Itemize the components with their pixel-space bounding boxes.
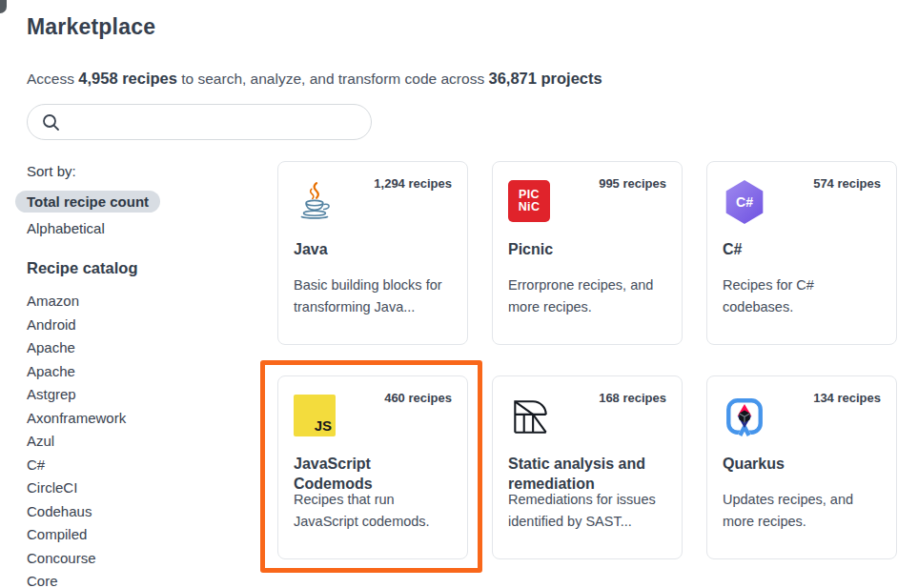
card-count: 1,294 recipes: [374, 176, 452, 191]
content-area: Sort by: Total recipe countAlphabetical …: [27, 161, 918, 588]
subtitle-text: Access: [27, 71, 78, 87]
card-description: Errorprone recipes, and more recipes.: [508, 274, 668, 319]
sort-by-label: Sort by:: [27, 163, 255, 179]
catalog-item[interactable]: Apache: [27, 360, 255, 384]
card-title: Java: [294, 240, 452, 260]
csharp-logo-icon: C#: [723, 180, 766, 224]
catalog-item[interactable]: Codehaus: [27, 500, 255, 524]
search-input[interactable]: [70, 113, 359, 132]
card-count: 995 recipes: [599, 176, 666, 191]
card-grid: 1,294 recipes Java Basic building blocks…: [277, 161, 897, 588]
recipes-count: 4,958 recipes: [78, 70, 177, 87]
card-description: Recipes that run JavaScript codemods.: [294, 489, 454, 534]
js-logo-text: JS: [315, 417, 332, 434]
javascript-logo-icon: JS: [294, 395, 336, 436]
catalog-item[interactable]: CircleCI: [27, 476, 255, 500]
catalog-item[interactable]: C#: [27, 454, 255, 477]
card-description: Remediations for issues identified by SA…: [508, 489, 668, 534]
catalog-item[interactable]: Axonframework: [27, 407, 255, 431]
catalog-item[interactable]: Astgrep: [27, 383, 255, 407]
java-logo-icon: [294, 180, 337, 224]
card-description: Updates recipes, and more recipes.: [723, 489, 883, 534]
card-title: Quarkus: [723, 455, 881, 475]
sort-option[interactable]: Alphabetical: [15, 217, 116, 239]
quarkus-logo-icon: [723, 395, 766, 438]
subtitle: Access 4,958 recipes to search, analyze,…: [27, 70, 918, 88]
recipe-card[interactable]: 460 recipes JS JavaScript Codemods Recip…: [277, 375, 468, 559]
catalog-item[interactable]: Concourse: [27, 547, 255, 571]
card-count: 134 recipes: [813, 391, 881, 405]
card-description: Basic building blocks for transforming J…: [294, 274, 454, 319]
catalog-item[interactable]: Azul: [27, 430, 255, 454]
recipe-card[interactable]: 995 recipes PIC NiC Picnic Errorprone re…: [492, 161, 683, 345]
catalog-item[interactable]: Core: [27, 570, 255, 588]
page-title: Marketplace: [27, 14, 918, 40]
recipe-card[interactable]: 574 recipes C# C# Recipes for C# codebas…: [706, 161, 897, 345]
sidebar: Sort by: Total recipe countAlphabetical …: [27, 161, 255, 588]
card-count: 168 recipes: [599, 391, 666, 405]
search-icon: [42, 113, 60, 132]
catalog-item[interactable]: Amazon: [27, 290, 255, 314]
catalog-item[interactable]: Android: [27, 314, 255, 337]
card-description: Recipes for C# codebases.: [723, 274, 883, 319]
picnic-logo-text: NiC: [519, 201, 541, 213]
recipe-catalog-heading: Recipe catalog: [27, 259, 255, 277]
sort-options: Total recipe countAlphabetical: [27, 191, 255, 239]
static-analysis-logo-icon: [508, 395, 552, 438]
subtitle-text: to search, analyze, and transform code a…: [177, 71, 489, 87]
catalog-list: AmazonAndroidApacheApacheAstgrepAxonfram…: [27, 290, 255, 588]
card-title: C#: [723, 240, 881, 260]
search-box[interactable]: [27, 104, 372, 140]
csharp-logo-text: C#: [736, 194, 753, 210]
card-title: Picnic: [508, 240, 666, 260]
projects-count: 36,871 projects: [488, 70, 602, 87]
recipe-card[interactable]: 168 recipes Static analysis and remediat…: [492, 375, 683, 559]
catalog-item[interactable]: Compiled: [27, 523, 255, 547]
picnic-logo-icon: PIC NiC: [508, 180, 550, 222]
catalog-item[interactable]: Apache: [27, 336, 255, 360]
marketplace-page: Marketplace Access 4,958 recipes to sear…: [0, 0, 918, 588]
card-count: 460 recipes: [384, 391, 452, 405]
card-count: 574 recipes: [813, 176, 881, 191]
sort-option[interactable]: Total recipe count: [15, 191, 160, 213]
recipe-card[interactable]: 1,294 recipes Java Basic building blocks…: [277, 161, 468, 345]
recipe-card[interactable]: 134 recipes Quarkus Updates recipes, and…: [706, 375, 897, 559]
